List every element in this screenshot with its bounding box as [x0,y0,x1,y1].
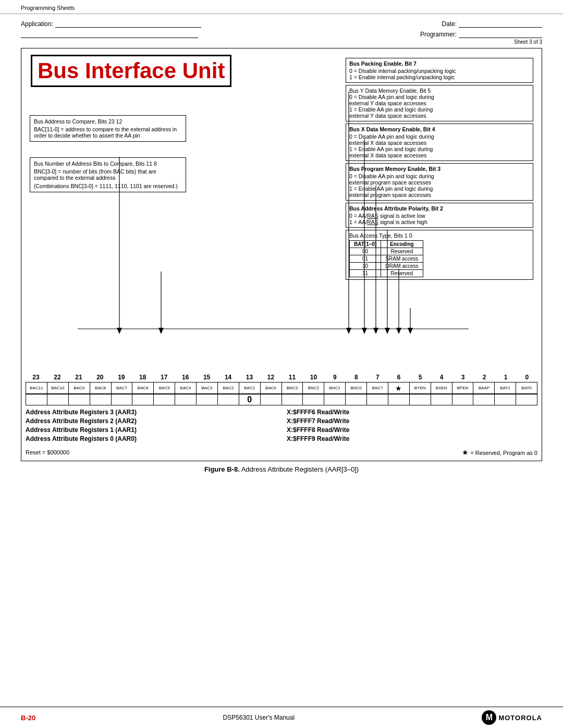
date-input[interactable] [459,19,542,28]
diagram-inner: Bus Interface Unit Bus Packing Enable, B… [26,53,537,456]
ann-y-l4: external Y data space accesses [349,113,530,119]
reg-addr-row: X:$FFFF8 Read/Write [287,426,537,434]
bit-number: 12 [261,374,280,381]
ann-x-l4: external X data space accesses [349,152,530,158]
register-empty-cell [495,394,516,405]
bat-cell: 11 [350,270,381,277]
register-cell: BAAP [473,382,495,394]
ann-prog-title: Bus Program Memory Enable, Bit 3 [349,166,530,172]
bit-number: 22 [48,374,67,381]
application-field: Application: [21,19,201,28]
register-empty-cell [217,394,239,405]
register-table: BAC11BAC10BAC9BAC8BAC7BAC6BAC5BAC4BAC3BA… [26,382,537,394]
register-empty-cell [346,394,367,405]
register-empty-cell [303,394,324,405]
reg-addr-row: X:$FFFF7 Read/Write [287,417,537,425]
addr-bits-body: BNC[3-0] = number of bits (from BAC bits… [34,168,182,181]
register-empty-cell [282,394,303,405]
bit-number: 4 [432,374,451,381]
bit-number: 19 [112,374,131,381]
bat-col-encoding: Encoding [381,241,423,248]
register-cell: BAT0 [516,382,537,394]
addr-compare-body: BAC[11-0] = address to compare to the ex… [34,126,182,139]
ann-packing-title: Bus Packing Enable, Bit 7 [349,60,530,67]
sheet-label: Sheet 3 of 3 [514,39,542,45]
bat-col-code: BAT[1–0] [350,241,381,248]
bat-cell: SRAM access [381,255,423,263]
section-title: Bus Interface Unit [31,55,231,87]
register-empty-cell [516,394,537,405]
programmer-label: Programmer: [420,31,457,38]
register-empty-cell [431,394,452,405]
reg-label-row: Address Attribute Registers 3 (AAR3) [26,409,276,416]
register-cell: BAC3 [197,382,218,394]
application-label: Application: [21,20,53,28]
bit-numbers-row: 23222120191817161514131211109876543210 [26,374,537,381]
ann-access-title: Bus Access Type, Bits 1 0 [349,232,530,239]
register-cell: BAC5 [154,382,175,394]
reset-row: Reset = $000000 [26,449,69,455]
figure-caption-text: Address Attribute Registers (AAR[3–0]) [241,465,359,473]
bit-number: 18 [133,374,152,381]
register-cell: BAC8 [90,382,111,394]
register-empty-row: 0 [26,394,537,405]
register-cell: BNC2 [303,382,324,394]
register-cell: BAC2 [217,382,239,394]
left-box-address-compare: Bus Address to Compare, Bits 23 12 BAC[1… [30,115,186,142]
ann-pol-l2: 1 = AA/RAS signal is active high [349,219,530,225]
register-empty-cell [154,394,175,405]
ann-prog-l1: 0 = Disable AA pin and logic during [349,173,530,179]
application-second-line[interactable] [21,30,198,38]
ann-x-l3: 1 = Enable AA pin and logic during [349,146,530,152]
register-empty-cell [47,394,68,405]
annotations-panel: Bus Packing Enable, Bit 7 0 = Disable in… [346,58,533,280]
ann-prog-l3: 1 = Enable AA pin and logic during [349,186,530,192]
footer-page-num: -20 [26,714,35,722]
reg-addr-row: X:$FFFF6 Read/Write [287,409,537,416]
addr-compare-title: Bus Address to Compare, Bits 23 12 [34,118,182,125]
register-empty-cell [409,394,431,405]
left-annotations: Bus Address to Compare, Bits 23 12 BAC[1… [30,115,186,208]
motorola-icon: M [482,710,496,725]
register-cell: BAC1 [239,382,260,394]
register-empty-cell [452,394,473,405]
ann-prog-l4: external program space accesses [349,192,530,198]
ann-x-title: Bus X Data Memory Enable, Bit 4 [349,126,530,132]
bit-number: 9 [325,374,344,381]
bat-table: BAT[1–0] Encoding 00Reserved01SRAM acces… [349,240,423,277]
register-cell: BAC7 [367,382,388,394]
ann-y-title: Bus Y Data Memory Enable, Bit 5 [349,88,530,94]
register-empty-cell [197,394,218,405]
bat-cell: Reserved [381,248,423,255]
programmer-input[interactable] [459,30,542,38]
labels-section: Address Attribute Registers 3 (AAR3)Addr… [26,409,537,444]
diagram-box: Bus Interface Unit Bus Packing Enable, B… [21,48,542,461]
register-empty-cell [90,394,111,405]
ann-x-l2: external X data space accesses [349,140,530,146]
motorola-text: MOTOROLA [498,714,542,722]
register-empty-cell [260,394,282,405]
bit-number: 23 [27,374,45,381]
footer: B-20 DSP56301 User's Manual M MOTOROLA [0,707,563,728]
ann-y-l3: 1 = Enable AA pin and logic during [349,106,530,113]
ann-prog-l2: external program space accesses [349,179,530,186]
register-empty-cell [367,394,388,405]
bit-number: 0 [518,374,536,381]
bottom-row: Reset = $000000 ★ = Reserved, Program as… [26,446,537,456]
register-cell: ★ [388,382,409,394]
register-empty-cell [68,394,90,405]
application-input[interactable] [55,19,201,28]
ann-program: Bus Program Memory Enable, Bit 3 0 = Dis… [346,163,533,201]
bit-number: 15 [198,374,216,381]
addr-bits-title: Bus Number of Address Bits to Compare, B… [34,161,182,167]
register-cell: BAT1 [495,382,516,394]
ann-packing: Bus Packing Enable, Bit 7 0 = Disable in… [346,58,533,83]
register-empty-cell [324,394,346,405]
bit-number: 21 [69,374,88,381]
labels-left: Address Attribute Registers 3 (AAR3)Addr… [26,409,276,444]
reg-label-row: Address Attribute Registers 0 (AAR0) [26,435,276,442]
register-cell: BNC1 [324,382,346,394]
bit-number: 3 [454,374,472,381]
register-empty-cell [111,394,132,405]
register-cell: BAC10 [47,382,68,394]
